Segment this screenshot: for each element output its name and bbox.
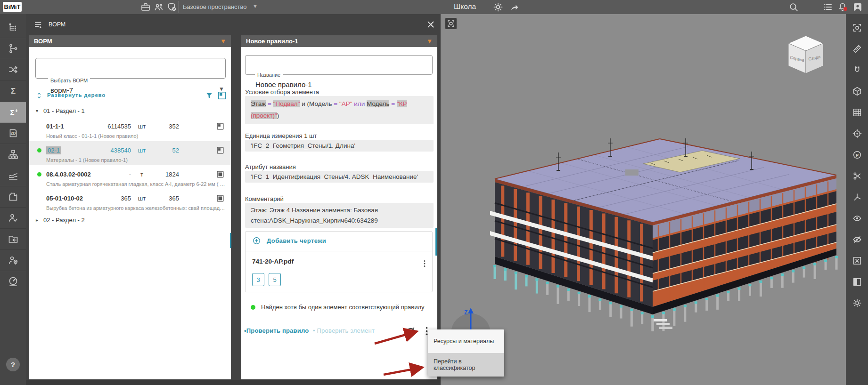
project-settings-icon[interactable] bbox=[492, 1, 504, 13]
filter-icon[interactable] bbox=[205, 91, 214, 100]
view-tool-locate[interactable] bbox=[846, 124, 868, 144]
tree-row[interactable]: 08.4.03.02-0002-т1824Сталь арматурная го… bbox=[29, 165, 231, 189]
svg-text:+: + bbox=[15, 108, 17, 113]
view-tool-view-settings[interactable] bbox=[846, 293, 868, 313]
view-tool-grid[interactable] bbox=[846, 103, 868, 122]
add-drawings-button[interactable]: Добавить чертежи bbox=[252, 236, 326, 245]
view-tool-clear-selection[interactable] bbox=[846, 251, 868, 271]
sidebar-item-charts[interactable] bbox=[0, 165, 26, 186]
sidebar-item-export[interactable] bbox=[0, 229, 26, 250]
notification-badge bbox=[843, 7, 847, 11]
sidebar-item-plugins[interactable] bbox=[0, 186, 26, 208]
view-tool-measure[interactable] bbox=[846, 39, 868, 59]
team-icon[interactable] bbox=[153, 1, 164, 13]
row-code: 01-1-1 bbox=[46, 123, 100, 130]
sidebar-item-approvals[interactable] bbox=[0, 208, 26, 229]
row-count: 52 bbox=[153, 147, 179, 154]
sidebar-item-links[interactable] bbox=[0, 59, 26, 80]
model-structure-icon bbox=[8, 22, 19, 33]
panel-menu-icon[interactable] bbox=[33, 19, 44, 30]
tree-group-header[interactable]: ▾01 - Раздел - 1 bbox=[29, 104, 231, 117]
comment-label: Комментарий bbox=[245, 195, 284, 202]
help-button[interactable]: ? bbox=[6, 358, 20, 371]
sheet-chip[interactable]: 3 bbox=[252, 273, 264, 286]
view-tool-fit-view[interactable] bbox=[846, 18, 868, 38]
eye-off-icon[interactable] bbox=[405, 325, 417, 337]
tree-group-header[interactable]: ▸02 - Раздел - 2 bbox=[29, 213, 231, 226]
locate-icon bbox=[852, 128, 862, 139]
check-element-link[interactable]: • Проверить элемент bbox=[313, 327, 375, 334]
sidebar-item-user-location[interactable] bbox=[0, 250, 26, 271]
row-unit: шт bbox=[131, 123, 153, 130]
sidebar-item-drawings-2d[interactable]: 2D bbox=[0, 123, 26, 144]
tree-row[interactable]: 01-1-16114535шт352Новый класс - 01-1-1 (… bbox=[29, 117, 231, 141]
condition-label: Условие отбора элемента bbox=[245, 88, 319, 96]
tree-row[interactable]: 05-01-010-02365шт365Вырубка бетона из ар… bbox=[29, 189, 231, 213]
view-cube[interactable]: Справа Сзади bbox=[784, 33, 828, 85]
view-tool-section-cut[interactable] bbox=[846, 166, 868, 186]
row-checkbox-icon[interactable] bbox=[216, 170, 225, 179]
list-menu-icon[interactable] bbox=[822, 1, 834, 13]
row-checkbox-icon[interactable] bbox=[216, 146, 225, 155]
vorm-collapse-chevron-icon[interactable]: ▼ bbox=[220, 38, 226, 45]
row-checkbox-icon[interactable] bbox=[216, 122, 225, 131]
row-status-dot bbox=[29, 172, 46, 176]
sidebar-item-takeoff[interactable]: Σ bbox=[0, 80, 26, 102]
view-tool-hide-elements[interactable] bbox=[846, 230, 868, 249]
share-icon[interactable] bbox=[509, 1, 520, 13]
sidebar-item-relations[interactable] bbox=[0, 38, 26, 59]
group-triangle-icon: ▾ bbox=[36, 108, 43, 113]
project-title: Школа bbox=[454, 2, 476, 11]
row-count: 365 bbox=[153, 195, 179, 202]
row-unit: шт bbox=[131, 195, 153, 202]
user-avatar[interactable] bbox=[852, 1, 863, 13]
workspace-chevron-down-icon[interactable]: ▼ bbox=[253, 3, 258, 9]
expand-collapse-icon[interactable] bbox=[35, 92, 43, 99]
shield-access-icon[interactable] bbox=[166, 1, 178, 13]
workspace-selector[interactable]: Базовое пространство bbox=[183, 3, 247, 10]
row-value: 365 bbox=[100, 195, 131, 202]
context-menu-item[interactable]: Перейти в классификатор bbox=[428, 353, 504, 377]
view-tool-section-box[interactable] bbox=[846, 81, 868, 101]
row-checkbox-icon[interactable] bbox=[216, 194, 225, 203]
search-icon[interactable] bbox=[788, 1, 799, 13]
takeoff-rules-icon: Σ+ bbox=[8, 106, 19, 118]
condition-token: = bbox=[268, 100, 271, 107]
check-rule-link[interactable]: •Проверить правило bbox=[244, 327, 309, 334]
rule-scrollbar-thumb[interactable] bbox=[435, 228, 437, 256]
close-icon[interactable] bbox=[426, 19, 436, 30]
select-visible-icon[interactable] bbox=[217, 90, 227, 101]
sidebar-item-model-structure[interactable] bbox=[0, 17, 26, 38]
hide-elements-icon bbox=[852, 234, 862, 245]
tree-scrollbar-thumb[interactable] bbox=[230, 233, 231, 248]
vorm-select[interactable]: Выбрать ВОРМ ворм-7 ▼ bbox=[35, 58, 226, 79]
sidebar-item-dashboard[interactable] bbox=[0, 271, 26, 292]
drawings-card: Добавить чертежи 741-20-АР.pdf 35 bbox=[245, 231, 433, 292]
rule-collapse-chevron-icon[interactable]: ▼ bbox=[426, 38, 433, 45]
capture-view-button[interactable] bbox=[445, 18, 457, 29]
view-tool-axes[interactable] bbox=[846, 187, 868, 207]
drawing-file-name[interactable]: 741-20-АР.pdf bbox=[252, 258, 294, 265]
view-tool-fill-mode[interactable] bbox=[846, 272, 868, 292]
view-tool-show-elements[interactable] bbox=[846, 209, 868, 228]
group-label: 02 - Раздел - 2 bbox=[43, 217, 85, 224]
tree-row[interactable]: 02-1438540шт52Материалы - 1 (Новое прави… bbox=[29, 141, 231, 165]
condition-expression[interactable]: Этаж = "Подвал" и (Модель = "АР" или Мод… bbox=[245, 96, 434, 124]
comment-value: Этаж: Этаж 4 Название элемента: Базовая … bbox=[245, 203, 434, 228]
left-module-toolbar: ? ΣΣ+2D bbox=[0, 14, 26, 385]
expand-tree-link[interactable]: Развернуть дерево bbox=[47, 92, 106, 98]
card-divider bbox=[246, 251, 432, 251]
sidebar-item-takeoff-rules[interactable]: Σ+ bbox=[0, 102, 26, 123]
context-menu-item[interactable]: Ресурсы и материалы bbox=[428, 329, 504, 353]
rule-name-field[interactable]: Название Новое правило-1 bbox=[245, 55, 433, 75]
sheet-chip[interactable]: 5 bbox=[269, 273, 281, 286]
view-tool-plan-mode[interactable]: P bbox=[846, 145, 868, 165]
charts-icon bbox=[8, 170, 19, 181]
condition-token: и (Модель bbox=[300, 100, 334, 107]
notifications-icon[interactable] bbox=[837, 1, 848, 13]
drawing-kebab-menu-icon[interactable] bbox=[420, 259, 429, 268]
svg-text:Σ: Σ bbox=[10, 87, 15, 96]
view-tool-snap[interactable] bbox=[846, 60, 868, 80]
sidebar-item-classifier[interactable] bbox=[0, 144, 26, 165]
projects-icon[interactable] bbox=[140, 1, 151, 13]
